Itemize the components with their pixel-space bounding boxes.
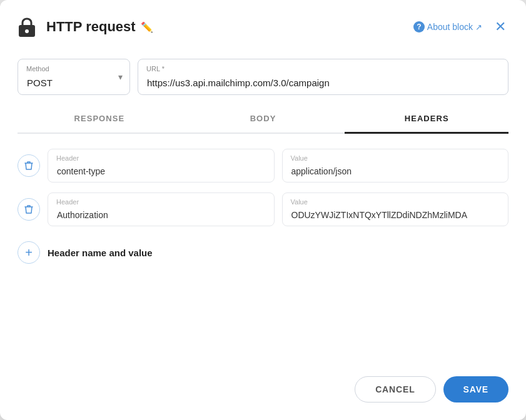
table-row: Header Value: [18, 192, 508, 226]
header-1-name-group: Header: [48, 149, 275, 182]
header-2-name-group: Header: [48, 192, 275, 226]
about-block-label: About block: [427, 22, 473, 32]
cancel-button[interactable]: CANCEL: [355, 376, 435, 402]
title-text: HTTP request: [46, 19, 136, 35]
method-select[interactable]: POST GET PUT PATCH DELETE: [18, 59, 130, 95]
modal-footer: CANCEL SAVE: [0, 364, 526, 420]
save-button[interactable]: SAVE: [443, 376, 508, 402]
add-header-row[interactable]: + Header name and value: [18, 241, 508, 264]
question-icon: ?: [413, 21, 425, 32]
fields-row: Method POST GET PUT PATCH DELETE ▾ URL *: [18, 59, 508, 95]
table-row: Header Value: [18, 149, 508, 182]
external-link-icon: ↗: [475, 22, 482, 32]
header-2-name-input[interactable]: [48, 192, 275, 226]
modal-body: Method POST GET PUT PATCH DELETE ▾ URL *: [0, 49, 526, 364]
header-right: ? About block ↗ ✕: [413, 20, 508, 34]
about-block-link[interactable]: ? About block ↗: [413, 21, 482, 32]
header-1-value-input[interactable]: [282, 149, 509, 182]
header-2-value-group: Value: [282, 192, 509, 226]
tab-body[interactable]: BODY: [181, 105, 345, 134]
header-1-value-group: Value: [282, 149, 509, 182]
svg-point-1: [25, 29, 29, 33]
lock-icon: [15, 15, 39, 39]
url-input[interactable]: [138, 59, 508, 95]
method-select-wrapper: Method POST GET PUT PATCH DELETE ▾: [18, 59, 130, 95]
close-button[interactable]: ✕: [492, 20, 508, 34]
tab-headers[interactable]: HEADERS: [345, 105, 508, 134]
header-2-value-input[interactable]: [282, 192, 509, 226]
delete-header-1-button[interactable]: [18, 154, 40, 177]
add-header-label: Header name and value: [48, 248, 153, 258]
headers-section: Header Value Header: [18, 134, 508, 364]
header-1-name-input[interactable]: [48, 149, 275, 182]
add-header-button[interactable]: +: [18, 241, 40, 264]
edit-icon[interactable]: ✏️: [141, 21, 153, 33]
method-field-group: Method POST GET PUT PATCH DELETE ▾: [18, 59, 130, 95]
modal-title: HTTP request ✏️: [46, 19, 153, 35]
http-request-modal: HTTP request ✏️ ? About block ↗ ✕ Method…: [0, 0, 526, 420]
modal-header: HTTP request ✏️ ? About block ↗ ✕: [0, 0, 526, 49]
url-field-group: URL *: [138, 59, 508, 95]
tab-response[interactable]: RESPONSE: [18, 105, 181, 134]
tabs-container: RESPONSE BODY HEADERS: [18, 105, 508, 134]
delete-header-2-button[interactable]: [18, 198, 40, 221]
modal-title-area: HTTP request ✏️: [15, 15, 153, 39]
